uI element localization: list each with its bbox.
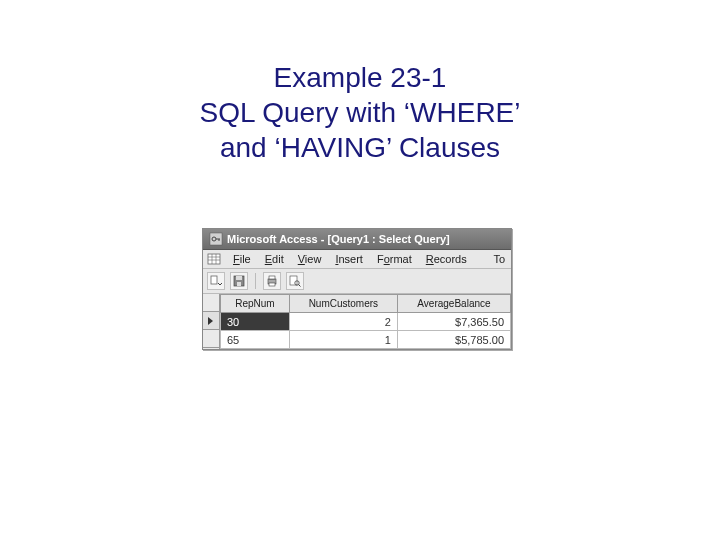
row-selector-column bbox=[203, 294, 220, 349]
col-header-numcustomers[interactable]: NumCustomers bbox=[289, 295, 397, 313]
slide-title: Example 23-1 SQL Query with ‘WHERE’ and … bbox=[0, 60, 720, 165]
col-header-repnum[interactable]: RepNum bbox=[221, 295, 290, 313]
table-row[interactable]: 65 1 $5,785.00 bbox=[221, 331, 511, 349]
menu-view[interactable]: View bbox=[292, 252, 328, 266]
access-window: Microsoft Access - [Query1 : Select Quer… bbox=[202, 228, 512, 350]
titlebar: Microsoft Access - [Query1 : Select Quer… bbox=[203, 229, 511, 250]
svg-rect-11 bbox=[236, 276, 242, 280]
menu-edit[interactable]: Edit bbox=[259, 252, 290, 266]
menubar: File Edit View Insert Format Records To bbox=[203, 250, 511, 269]
title-line-2: SQL Query with ‘WHERE’ bbox=[0, 95, 720, 130]
datasheet-icon[interactable] bbox=[207, 252, 221, 266]
cell-numcustomers[interactable]: 1 bbox=[289, 331, 397, 349]
doc-title: [Query1 : Select Query] bbox=[327, 233, 449, 245]
cell-avgbalance[interactable]: $5,785.00 bbox=[397, 331, 510, 349]
select-all-corner[interactable] bbox=[203, 294, 219, 312]
menu-file[interactable]: File bbox=[227, 252, 257, 266]
svg-rect-4 bbox=[208, 254, 220, 264]
titlebar-text: Microsoft Access - [Query1 : Select Quer… bbox=[227, 233, 450, 245]
svg-rect-12 bbox=[237, 282, 241, 286]
current-row-icon bbox=[207, 316, 215, 326]
svg-rect-16 bbox=[290, 276, 297, 285]
cell-avgbalance[interactable]: $7,365.50 bbox=[397, 313, 510, 331]
svg-line-18 bbox=[299, 285, 301, 287]
svg-rect-9 bbox=[211, 276, 217, 284]
svg-marker-19 bbox=[208, 317, 213, 325]
view-dropdown-button[interactable] bbox=[207, 272, 225, 290]
row-selector[interactable] bbox=[203, 312, 219, 330]
row-selector[interactable] bbox=[203, 330, 219, 348]
menu-insert[interactable]: Insert bbox=[329, 252, 369, 266]
svg-rect-14 bbox=[269, 276, 275, 279]
header-row: RepNum NumCustomers AverageBalance bbox=[221, 295, 511, 313]
print-button[interactable] bbox=[263, 272, 281, 290]
cell-repnum[interactable]: 65 bbox=[221, 331, 290, 349]
toolbar bbox=[203, 269, 511, 294]
menu-records[interactable]: Records bbox=[420, 252, 473, 266]
save-button[interactable] bbox=[230, 272, 248, 290]
svg-rect-15 bbox=[269, 283, 275, 286]
cell-numcustomers[interactable]: 2 bbox=[289, 313, 397, 331]
results-table: RepNum NumCustomers AverageBalance 30 2 … bbox=[220, 294, 511, 349]
title-line-3: and ‘HAVING’ Clauses bbox=[0, 130, 720, 165]
print-preview-button[interactable] bbox=[286, 272, 304, 290]
table-row[interactable]: 30 2 $7,365.50 bbox=[221, 313, 511, 331]
menu-format[interactable]: Format bbox=[371, 252, 418, 266]
app-name: Microsoft Access bbox=[227, 233, 318, 245]
datasheet-grid: RepNum NumCustomers AverageBalance 30 2 … bbox=[203, 294, 511, 349]
access-key-icon bbox=[209, 232, 223, 246]
title-line-1: Example 23-1 bbox=[0, 60, 720, 95]
cell-repnum[interactable]: 30 bbox=[221, 313, 290, 331]
menu-tools-cut[interactable]: To bbox=[487, 252, 507, 266]
toolbar-separator bbox=[255, 273, 256, 289]
col-header-avgbalance[interactable]: AverageBalance bbox=[397, 295, 510, 313]
